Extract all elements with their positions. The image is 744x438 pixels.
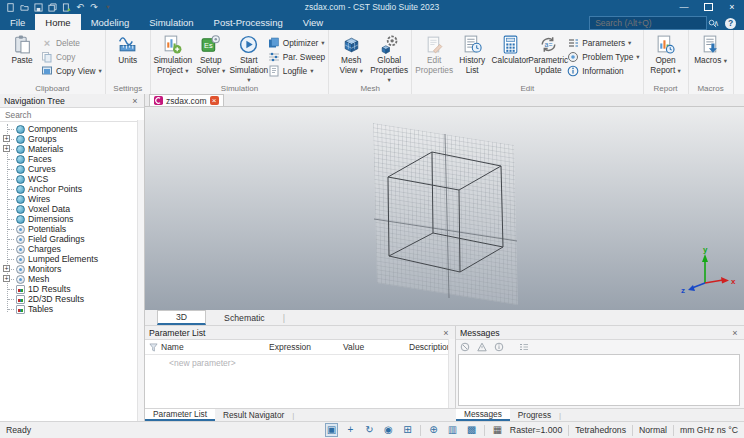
status-raster[interactable]: Raster=1.000 bbox=[510, 425, 562, 435]
tab-modeling[interactable]: Modeling bbox=[81, 14, 140, 30]
mesh-cells-icon[interactable]: ▩ bbox=[465, 424, 478, 436]
save-all-icon[interactable] bbox=[47, 2, 57, 12]
delete-button[interactable]: × Delete bbox=[41, 37, 102, 48]
viewport-3d[interactable]: y x z bbox=[145, 107, 744, 310]
history-list-button[interactable]: History List bbox=[453, 32, 491, 75]
close-button[interactable]: × bbox=[720, 0, 744, 14]
tree-search-input[interactable] bbox=[3, 109, 141, 121]
help-icon[interactable]: ? bbox=[725, 18, 736, 29]
edit-properties-button[interactable]: Edit Properties bbox=[415, 32, 453, 75]
maximize-button[interactable] bbox=[696, 0, 720, 14]
raster-grid-icon[interactable]: ▦ bbox=[491, 424, 504, 436]
tab-view[interactable]: View bbox=[293, 14, 333, 30]
tab-schematic[interactable]: Schematic bbox=[206, 310, 283, 325]
split-view-icon[interactable]: ▥ bbox=[446, 424, 459, 436]
close-tab-icon[interactable]: × bbox=[210, 96, 219, 105]
copy-view-button[interactable]: Copy View ▾ bbox=[41, 65, 102, 76]
tree-item-curves[interactable]: Curves bbox=[0, 164, 144, 174]
errors-filter-icon[interactable] bbox=[460, 342, 470, 352]
status-units[interactable]: mm GHz ns °C bbox=[680, 425, 738, 435]
parameter-scrollbar[interactable] bbox=[448, 339, 455, 408]
tree-item-mesh[interactable]: +Mesh bbox=[0, 274, 144, 284]
warnings-filter-icon[interactable] bbox=[477, 342, 487, 352]
publish-icon[interactable] bbox=[61, 2, 71, 12]
zoom-in-icon[interactable]: ⊕ bbox=[427, 424, 440, 436]
tree-item-tables[interactable]: Tables bbox=[0, 304, 144, 314]
tree-item-wcs[interactable]: WCS bbox=[0, 174, 144, 184]
search-input[interactable] bbox=[593, 17, 708, 29]
save-icon[interactable] bbox=[33, 2, 43, 12]
ribbon-search-box[interactable] bbox=[589, 16, 707, 30]
tab-messages[interactable]: Messages bbox=[456, 409, 510, 421]
tree-item-anchor-points[interactable]: Anchor Points bbox=[0, 184, 144, 194]
mesh-view-button[interactable]: Mesh View ▾ bbox=[332, 32, 370, 75]
parameters-button[interactable]: Parameters ▾ bbox=[567, 37, 639, 48]
problem-type-button[interactable]: Problem Type ▾ bbox=[567, 51, 639, 62]
expand-icon[interactable]: + bbox=[3, 275, 10, 282]
parametric-update-button[interactable]: a= Parametric Update bbox=[529, 32, 567, 75]
info-filter-icon[interactable] bbox=[494, 342, 504, 352]
tree-item-field-gradings[interactable]: Field Gradings bbox=[0, 234, 144, 244]
close-icon[interactable]: × bbox=[130, 96, 140, 106]
new-file-icon[interactable] bbox=[5, 2, 15, 12]
tree-item-lumped-elements[interactable]: Lumped Elements bbox=[0, 254, 144, 264]
tab-simulation[interactable]: Simulation bbox=[139, 14, 203, 30]
close-icon[interactable]: × bbox=[730, 328, 740, 338]
tree-item-charges[interactable]: Charges bbox=[0, 244, 144, 254]
redo-icon[interactable]: ↷ bbox=[89, 2, 99, 12]
message-options-icon[interactable] bbox=[519, 342, 529, 352]
tab-home[interactable]: Home bbox=[35, 14, 80, 30]
tree-item-faces[interactable]: Faces bbox=[0, 154, 144, 164]
tree-item-groups[interactable]: +Groups bbox=[0, 134, 144, 144]
customize-qat-icon[interactable]: ▾ bbox=[103, 2, 113, 12]
status-mesh-type[interactable]: Tetrahedrons bbox=[575, 425, 626, 435]
zoom-select-icon[interactable]: ▣ bbox=[325, 423, 338, 437]
tab-file[interactable]: File bbox=[0, 14, 35, 30]
tree-item-voxel-data[interactable]: Voxel Data bbox=[0, 204, 144, 214]
open-file-icon[interactable] bbox=[19, 2, 29, 12]
undo-icon[interactable]: ↶ bbox=[75, 2, 85, 12]
document-tab[interactable]: zsdax.com × bbox=[149, 94, 224, 106]
global-properties-button[interactable]: Global Properties ▾ bbox=[370, 32, 408, 85]
move-icon[interactable]: ⊞ bbox=[401, 424, 414, 436]
column-value[interactable]: Value bbox=[343, 342, 409, 352]
tab-post-processing[interactable]: Post-Processing bbox=[204, 14, 293, 30]
optimizer-button[interactable]: Optimizer ▾ bbox=[268, 37, 325, 48]
status-render-mode[interactable]: Normal bbox=[639, 425, 667, 435]
tab-progress[interactable]: Progress bbox=[510, 409, 559, 421]
information-button[interactable]: Information bbox=[567, 65, 639, 76]
calculator-button[interactable]: Calculator bbox=[491, 32, 529, 66]
start-simulation-button[interactable]: Start Simulation ▾ bbox=[230, 32, 268, 85]
tab-parameter-list[interactable]: Parameter List bbox=[145, 409, 215, 421]
tree-item-dimensions[interactable]: Dimensions bbox=[0, 214, 144, 224]
tree-search-box[interactable] bbox=[0, 108, 144, 122]
expand-icon[interactable]: + bbox=[3, 135, 10, 142]
close-icon[interactable]: × bbox=[441, 328, 451, 338]
column-expression[interactable]: Expression bbox=[269, 342, 343, 352]
collapse-ribbon-icon[interactable]: ∧ bbox=[713, 19, 719, 28]
units-button[interactable]: Units bbox=[109, 32, 147, 66]
tree-item-2d3d-results[interactable]: 2D/3D Results bbox=[0, 294, 144, 304]
open-report-button[interactable]: Open Report ▾ bbox=[647, 32, 685, 75]
tree-item-components[interactable]: Components bbox=[0, 124, 144, 134]
tree-item-monitors[interactable]: +Monitors bbox=[0, 264, 144, 274]
copy-button[interactable]: Copy bbox=[41, 51, 102, 62]
tree-item-potentials[interactable]: Potentials bbox=[0, 224, 144, 234]
macros-button[interactable]: Macros ▾ bbox=[692, 32, 730, 66]
rotate-icon[interactable]: ↻ bbox=[363, 424, 376, 436]
tab-result-navigator[interactable]: Result Navigator bbox=[215, 409, 292, 421]
pan-icon[interactable]: + bbox=[344, 424, 357, 436]
setup-solver-button[interactable]: Es Setup Solver ▾ bbox=[192, 32, 230, 75]
paste-button[interactable]: Paste bbox=[3, 32, 41, 66]
expand-icon[interactable]: + bbox=[3, 145, 10, 152]
par-sweep-button[interactable]: Par. Sweep bbox=[268, 51, 325, 62]
tree-item-wires[interactable]: Wires bbox=[0, 194, 144, 204]
tree-item-1d-results[interactable]: 1D Results bbox=[0, 284, 144, 294]
column-name[interactable]: Name bbox=[161, 342, 269, 352]
simulation-project-button[interactable]: Simulation Project ▾ bbox=[154, 32, 192, 75]
zoom-window-icon[interactable]: ◉ bbox=[382, 424, 395, 436]
minimize-button[interactable]: — bbox=[672, 0, 696, 14]
filter-icon[interactable] bbox=[145, 343, 161, 352]
expand-icon[interactable]: + bbox=[3, 265, 10, 272]
tree-scrollbar[interactable] bbox=[137, 120, 144, 421]
